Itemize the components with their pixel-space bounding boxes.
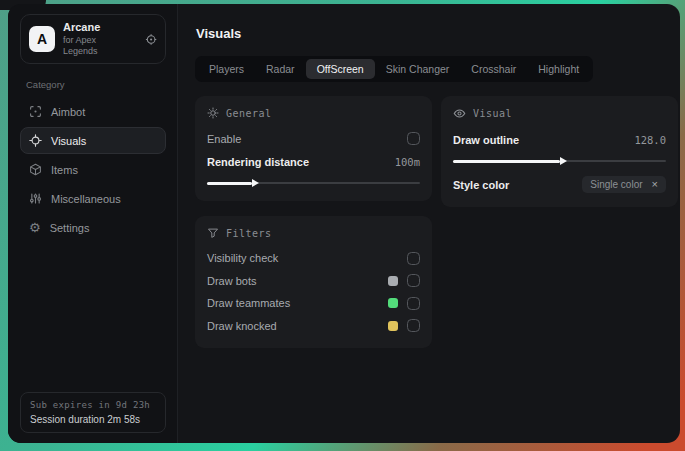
draw-teammates-checkbox[interactable]: [407, 297, 420, 310]
section-title: Visual: [473, 108, 512, 119]
filters-card: Filters Visibility check Draw bots: [195, 216, 432, 348]
visual-card: Visual Draw outline 128.0 Style color Si…: [441, 96, 678, 207]
sidebar-item-visuals[interactable]: Visuals: [20, 127, 166, 154]
general-card: General Enable Rendering distance 100m: [195, 96, 432, 201]
misc-sliders-icon: [29, 192, 42, 205]
enable-row: Enable: [207, 128, 420, 149]
tab-radar[interactable]: Radar: [255, 59, 306, 79]
slider-fill: [453, 160, 560, 163]
eye-icon: [453, 107, 466, 120]
rendering-distance-row: Rendering distance 100m: [207, 151, 420, 172]
draw-outline-value: 128.0: [634, 134, 666, 146]
aimbot-scan-icon: [29, 105, 42, 118]
style-color-row: Style color Single color ×: [453, 174, 666, 195]
enable-label: Enable: [207, 133, 241, 145]
clear-icon[interactable]: ×: [652, 179, 658, 190]
draw-knocked-color-swatch[interactable]: [388, 321, 398, 331]
style-color-value: Single color: [590, 179, 642, 190]
tab-crosshair[interactable]: Crosshair: [460, 59, 527, 79]
sidebar-item-label: Visuals: [51, 135, 86, 147]
draw-teammates-color-swatch[interactable]: [388, 298, 398, 308]
sidebar-item-label: Miscellaneous: [51, 193, 121, 205]
draw-outline-label: Draw outline: [453, 134, 519, 146]
section-title: Filters: [226, 228, 272, 239]
app-subtitle: for Apex Legends: [63, 35, 129, 58]
tab-skin-changer[interactable]: Skin Changer: [375, 59, 461, 79]
sidebar-item-aimbot[interactable]: Aimbot: [20, 98, 166, 125]
style-color-select[interactable]: Single color ×: [582, 176, 666, 193]
draw-knocked-checkbox[interactable]: [407, 319, 420, 332]
sidebar-header: A Arcane for Apex Legends: [20, 14, 166, 64]
enable-checkbox[interactable]: [407, 132, 420, 145]
draw-teammates-label: Draw teammates: [207, 297, 290, 309]
sidebar-item-settings[interactable]: ⚙ Settings: [20, 214, 166, 241]
sidebar-item-miscellaneous[interactable]: Miscellaneous: [20, 185, 166, 212]
draw-outline-slider[interactable]: [453, 155, 666, 167]
app-title-block: Arcane for Apex Legends: [63, 21, 129, 57]
category-label: Category: [26, 79, 166, 90]
funnel-icon: [207, 227, 219, 239]
sidebar-item-items[interactable]: Items: [20, 156, 166, 183]
sidebar-item-label: Items: [51, 164, 78, 176]
tab-highlight[interactable]: Highlight: [527, 59, 590, 79]
app-name: Arcane: [63, 21, 129, 35]
draw-bots-color-swatch[interactable]: [388, 276, 398, 286]
slider-fill: [207, 182, 252, 185]
draw-bots-checkbox[interactable]: [407, 274, 420, 287]
sidebar-item-label: Aimbot: [51, 106, 85, 118]
settings-gear-icon: ⚙: [29, 221, 41, 234]
visual-card-header: Visual: [453, 107, 666, 120]
section-title: General: [226, 108, 272, 119]
draw-bots-row: Draw bots: [207, 271, 420, 292]
subscription-info-box: Sub expires in 9d 23h Session duration 2…: [20, 392, 166, 433]
tab-offscreen[interactable]: OffScreen: [306, 59, 375, 79]
rendering-distance-label: Rendering distance: [207, 156, 309, 168]
tab-players[interactable]: Players: [198, 59, 255, 79]
draw-teammates-row: Draw teammates: [207, 293, 420, 314]
app-window: A Arcane for Apex Legends Category Aimbo…: [8, 4, 680, 443]
main-panel: Visuals Players Radar OffScreen Skin Cha…: [178, 4, 680, 443]
visibility-check-row: Visibility check: [207, 248, 420, 269]
draw-knocked-row: Draw knocked: [207, 316, 420, 337]
draw-knocked-label: Draw knocked: [207, 320, 277, 332]
visibility-check-checkbox[interactable]: [407, 252, 420, 265]
style-color-label: Style color: [453, 179, 509, 191]
rendering-distance-slider[interactable]: [207, 177, 420, 189]
rendering-distance-value: 100m: [395, 156, 420, 168]
app-logo: A: [29, 26, 55, 52]
filters-card-header: Filters: [207, 227, 420, 239]
target-icon[interactable]: [145, 33, 157, 46]
sidebar: A Arcane for Apex Legends Category Aimbo…: [8, 4, 178, 443]
visuals-tabbar: Players Radar OffScreen Skin Changer Cro…: [195, 56, 593, 82]
general-card-header: General: [207, 107, 420, 119]
items-box-icon: [29, 163, 42, 176]
draw-bots-label: Draw bots: [207, 275, 257, 287]
visuals-focus-icon: [29, 134, 42, 147]
session-duration-text: Session duration 2m 58s: [30, 414, 156, 425]
page-title: Visuals: [196, 26, 678, 41]
sidebar-item-label: Settings: [50, 222, 90, 234]
visibility-check-label: Visibility check: [207, 252, 278, 264]
sub-expiry-text: Sub expires in 9d 23h: [30, 400, 156, 410]
draw-outline-row: Draw outline 128.0: [453, 129, 666, 150]
sun-icon: [207, 107, 219, 119]
